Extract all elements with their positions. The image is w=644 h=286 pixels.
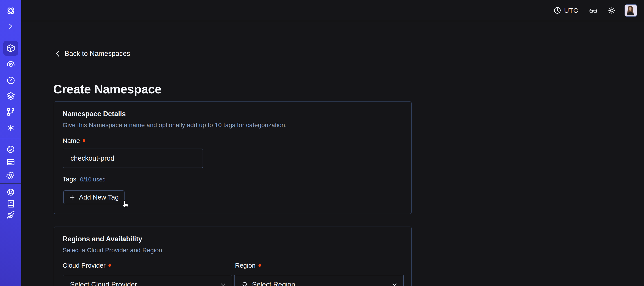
asterisk-icon[interactable] xyxy=(6,124,15,132)
region-label-row: Region xyxy=(235,262,261,269)
add-new-tag-label: Add New Tag xyxy=(79,194,119,201)
namespace-name-input[interactable] xyxy=(62,149,203,168)
back-link-label: Back to Namespaces xyxy=(64,50,130,58)
back-chevron-icon xyxy=(55,50,60,57)
cloud-provider-label: Cloud Provider xyxy=(62,262,106,269)
temporal-logo-icon[interactable] xyxy=(6,5,16,16)
card-title: Regions and Availability xyxy=(62,235,142,243)
layers-icon[interactable] xyxy=(6,91,16,101)
glasses-icon[interactable] xyxy=(589,6,598,15)
namespace-details-card: Namespace Details Give this Namespace a … xyxy=(54,101,412,214)
sidebar-divider xyxy=(0,183,21,184)
sun-theme-icon[interactable] xyxy=(608,6,616,14)
search-icon xyxy=(242,281,248,286)
region-label: Region xyxy=(235,262,256,269)
sidebar-divider xyxy=(0,139,21,139)
regions-availability-card: Regions and Availability Select a Cloud … xyxy=(54,227,412,286)
card-subtitle: Select a Cloud Provider and Region. xyxy=(62,247,164,254)
card-title: Namespace Details xyxy=(62,110,126,118)
timer-icon[interactable] xyxy=(6,76,15,85)
name-label-row: Name xyxy=(62,137,85,145)
git-branch-icon[interactable] xyxy=(6,108,15,116)
cloud-provider-label-row: Cloud Provider xyxy=(62,262,111,269)
back-to-namespaces-link[interactable]: Back to Namespaces xyxy=(55,50,130,58)
add-new-tag-button[interactable]: Add New Tag xyxy=(63,190,124,204)
region-selected-value: Select Region xyxy=(252,281,389,286)
chevron-down-icon xyxy=(392,282,398,286)
timezone-label: UTC xyxy=(564,7,578,14)
tags-label-row: Tags 0/10 used xyxy=(62,176,106,183)
usage-gauge-icon[interactable] xyxy=(6,145,15,154)
billing-card-icon[interactable] xyxy=(6,158,15,166)
name-label: Name xyxy=(62,137,80,145)
getting-started-rocket-icon[interactable] xyxy=(7,211,15,219)
card-subtitle: Give this Namespace a name and optionall… xyxy=(62,122,287,129)
top-header: UTC xyxy=(21,0,644,21)
header-actions: UTC xyxy=(554,0,637,21)
support-lifebuoy-icon[interactable] xyxy=(6,188,15,196)
cloud-provider-select[interactable]: Select Cloud Provider xyxy=(62,275,232,286)
app-window: UTC xyxy=(0,0,644,286)
required-dot xyxy=(108,264,111,267)
iris-icon[interactable] xyxy=(6,60,15,69)
namespaces-cube-icon[interactable] xyxy=(6,43,16,53)
tags-usage-count: 0/10 used xyxy=(80,176,106,183)
settings-gear-icon[interactable] xyxy=(6,171,15,179)
region-select[interactable]: Select Region xyxy=(234,275,404,286)
chevron-down-icon xyxy=(220,282,226,286)
docs-book-icon[interactable] xyxy=(7,200,15,208)
tags-label: Tags xyxy=(62,176,76,183)
timezone-selector[interactable]: UTC xyxy=(554,6,578,14)
sidebar-expand-chevron-icon[interactable] xyxy=(8,23,14,29)
required-dot xyxy=(258,264,261,267)
user-avatar[interactable] xyxy=(624,4,637,17)
required-dot xyxy=(83,139,85,142)
cloud-provider-selected-value: Select Cloud Provider xyxy=(70,281,217,286)
clock-icon xyxy=(554,6,561,14)
page-title: Create Namespace xyxy=(53,82,162,96)
sidebar xyxy=(0,0,21,286)
plus-icon xyxy=(69,194,75,200)
